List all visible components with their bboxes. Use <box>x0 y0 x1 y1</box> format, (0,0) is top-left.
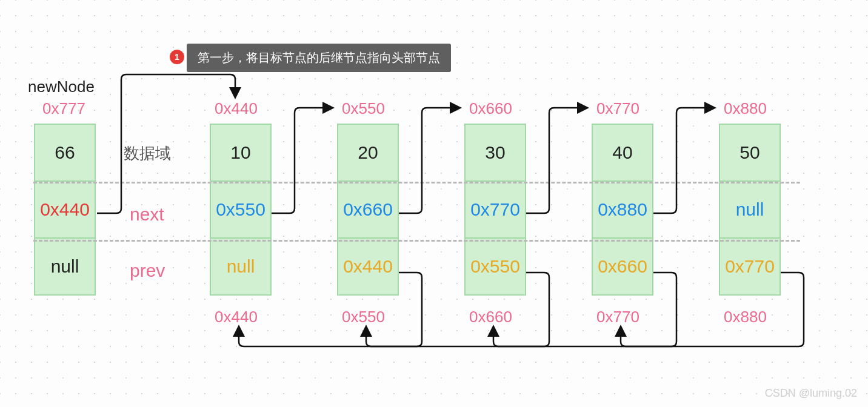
node-0-data: 10 <box>211 125 270 182</box>
node-3-prev: 0x660 <box>593 239 652 294</box>
node-2-data: 30 <box>466 125 525 182</box>
row-label-prev: prev <box>130 260 165 281</box>
node-0-addr-top: 0x440 <box>215 99 258 118</box>
node-1: 20 0x660 0x440 <box>337 124 399 296</box>
new-node: 66 0x440 null <box>34 124 96 296</box>
node-2-next: 0x770 <box>466 182 525 239</box>
node-3-next: 0x880 <box>593 182 652 239</box>
node-0-prev: null <box>211 239 270 294</box>
new-node-prev: null <box>35 239 95 294</box>
node-3-addr-bot: 0x770 <box>596 308 639 326</box>
dashed-line-2 <box>33 240 800 242</box>
node-2: 30 0x770 0x550 <box>464 124 526 296</box>
node-4: 50 null 0x770 <box>719 124 781 296</box>
new-node-data: 66 <box>35 125 95 182</box>
dashed-line-1 <box>33 182 800 184</box>
node-2-prev: 0x550 <box>466 239 525 294</box>
node-3: 40 0x880 0x660 <box>592 124 653 296</box>
new-node-label: newNode <box>28 78 95 96</box>
node-0-addr-bot: 0x440 <box>215 308 258 326</box>
new-node-addr: 0x777 <box>42 99 85 118</box>
node-4-data: 50 <box>720 125 780 182</box>
node-0: 10 0x550 null <box>210 124 272 296</box>
row-label-next: next <box>130 204 164 225</box>
node-3-data: 40 <box>593 125 652 182</box>
step-badge: 1 <box>170 50 184 64</box>
node-2-addr-top: 0x660 <box>469 99 512 118</box>
step-tooltip: 第一步，将目标节点的后继节点指向头部节点 <box>187 44 451 72</box>
node-1-addr-top: 0x550 <box>342 99 385 118</box>
node-4-prev: 0x770 <box>720 239 780 294</box>
node-1-data: 20 <box>338 125 398 182</box>
node-0-next: 0x550 <box>211 182 270 239</box>
new-node-next: 0x440 <box>35 182 95 239</box>
node-1-addr-bot: 0x550 <box>342 308 385 326</box>
node-4-addr-bot: 0x880 <box>724 308 767 326</box>
node-1-next: 0x660 <box>338 182 398 239</box>
row-label-data: 数据域 <box>124 143 171 164</box>
node-3-addr-top: 0x770 <box>596 99 639 118</box>
diagram-canvas: { "step": {"num":"1","text":"第一步，将目标节点的后… <box>0 0 868 407</box>
node-4-next: null <box>720 182 780 239</box>
node-2-addr-bot: 0x660 <box>469 308 512 326</box>
watermark: CSDN @luming.02 <box>765 387 857 400</box>
node-1-prev: 0x440 <box>338 239 398 294</box>
node-4-addr-top: 0x880 <box>724 99 767 118</box>
